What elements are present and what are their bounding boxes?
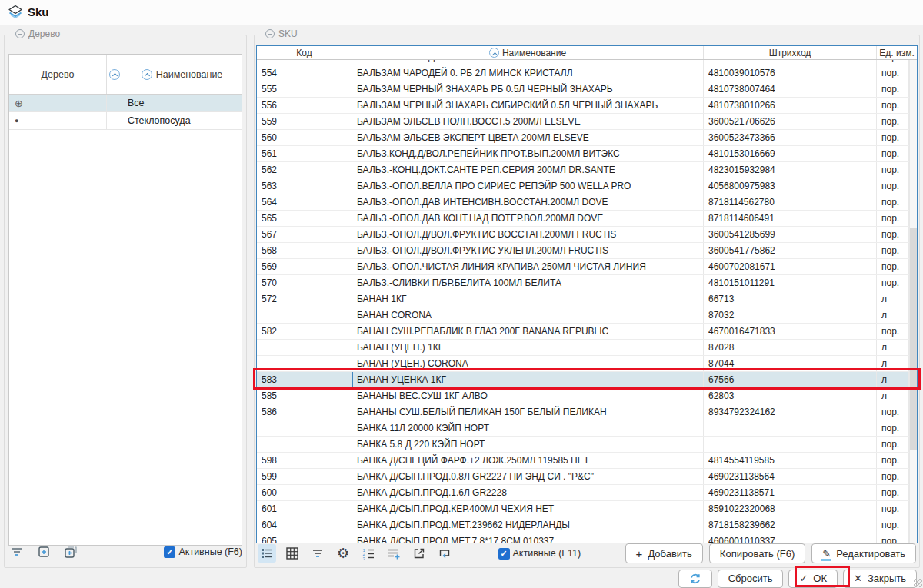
table-row[interactable]: 565БАЛЬЗ.-ОПОЛ.ДАВ КОНТ.НАД ПОТЕР.ВОЛ.20… <box>257 211 909 227</box>
table-row[interactable]: 562БАЛЬЗ.-КОНЦ.ДОКТ.САНТЕ РЕП.СЕРИЯ 200М… <box>257 162 909 178</box>
name-column-header[interactable]: Наименование <box>122 55 242 94</box>
cell-code: 554 <box>257 65 352 81</box>
dot-icon[interactable]: ● <box>15 118 18 125</box>
window-resize-grip[interactable] <box>914 579 922 587</box>
add-button[interactable]: + Добавить <box>625 543 703 563</box>
name-column-header[interactable]: Наименование <box>352 46 704 59</box>
numbered-list-icon[interactable]: 1 2 3 <box>359 544 378 563</box>
table-row[interactable]: 570БАЛЬЗ.-СЛИВКИ П/БР.БЕЛИТА 100МЛ БЕЛИТ… <box>257 275 909 291</box>
table-row[interactable]: 556БАЛЬЗАМ ЧЕРНЫЙ ЗНАХАРЬ СИБИРСКИЙ 0.5Л… <box>257 98 909 114</box>
table-row[interactable]: 563БАЛЬЗ.-ОПОЛ.ВЕЛЛА ПРО СИРИЕС РЕПЭЙР 5… <box>257 178 909 194</box>
cell-name: БАНАН 1КГ <box>352 291 704 307</box>
filter-icon[interactable] <box>308 544 327 563</box>
sku-group-legend: SKU <box>261 28 302 39</box>
table-row[interactable]: 567БАЛЬЗ.-ОПОЛ.Д/ВОЛ.ФРУКТИС ВОССТАН.200… <box>257 227 909 243</box>
grid-view-icon[interactable] <box>283 544 302 563</box>
sort-asc-icon[interactable] <box>109 69 120 80</box>
reload-loop-icon[interactable] <box>435 544 454 563</box>
scrollbar-thumb[interactable] <box>910 228 917 450</box>
table-row[interactable]: 560БАЛЬЗАМ ЭЛЬСЕВ ЭКСПЕРТ ЦВЕТА 200МЛ EL… <box>257 130 909 146</box>
tree-sort-column[interactable] <box>107 55 122 94</box>
table-row[interactable]: 572БАНАН 1КГ66713л <box>257 291 909 307</box>
tree-row[interactable]: ⊕Все <box>9 95 242 112</box>
table-row[interactable]: БАНАН (УЦЕН.) CORONA87044л <box>257 356 909 372</box>
table-row[interactable]: 564БАЛЬЗ.-ОПОЛ.ДАВ ИНТЕНСИВН.ВОССТАН.200… <box>257 194 909 211</box>
add-to-list-icon[interactable] <box>385 544 403 563</box>
refresh-button[interactable] <box>678 570 712 588</box>
cell-barcode: 4056800975983 <box>704 178 877 194</box>
cell-unit: пор. <box>877 437 909 452</box>
svg-text:3: 3 <box>363 556 366 561</box>
settings-gear-icon[interactable]: ⚙ <box>334 544 352 563</box>
table-row[interactable]: БАНАН (УЦЕН.) 1КГ87028л <box>257 340 909 356</box>
cell-code: 553 <box>257 60 352 65</box>
cell-unit: пор. <box>877 146 909 161</box>
list-view-icon[interactable] <box>258 544 276 563</box>
table-row[interactable]: 555БАЛЬЗАМ ЧЕРНЫЙ ЗНАХАРЬ РБ 0.5Л ЧЕРНЫЙ… <box>257 81 909 98</box>
table-row[interactable]: 585БАНАНЫ ВЕС.СУШ 1КГ АЛВО62803л <box>257 388 909 404</box>
checkbox-checked-icon[interactable]: ✓ <box>164 546 175 558</box>
tree-footer-toolbar: ✓ Активные (F6) <box>9 542 242 562</box>
tree-column-header[interactable]: Дерево <box>9 55 107 94</box>
cell-barcode: 8718158239662 <box>704 517 877 533</box>
table-row[interactable]: 604БАНКА Д/СЫП.ПРОД.МЕТ.239662 НИДЕРЛАНД… <box>257 517 909 533</box>
copy-button[interactable]: Копировать (F6) <box>709 543 805 563</box>
cell-name: БАЛЬЗАМ ЭЛЬСЕВ ПОЛН.ВОССТ.5 200МЛ ELSEVE <box>352 114 704 129</box>
code-column-header[interactable]: Код <box>257 46 352 59</box>
table-row[interactable]: 561БАЛЬЗ.КОНД.Д/ВОЛ.РЕПЕЙНИК ПРОТ.ВЫП.20… <box>257 146 909 162</box>
table-row[interactable]: 605БАНКА Д/СЫП.ПРОД.МЕТ.7.8*17.8СМ 01033… <box>257 533 909 543</box>
cell-name: БАНКА Д/СЫП.ПРОД.КЕР.400МЛ ЧЕХИЯ НЕТ <box>352 501 704 517</box>
active-f6-checkbox-group[interactable]: ✓ Активные (F6) <box>164 546 242 558</box>
cell-code: 583 <box>257 372 352 387</box>
table-row[interactable]: 559БАЛЬЗАМ ЭЛЬСЕВ ПОЛН.ВОССТ.5 200МЛ ELS… <box>257 114 909 130</box>
collapse-icon[interactable] <box>15 29 25 38</box>
table-row[interactable]: 569БАЛЬЗ.-ОПОЛ.ЧИСТАЯ ЛИНИЯ КРАПИВА 250М… <box>257 259 909 275</box>
cell-code: 582 <box>257 324 352 339</box>
cell-code: 600 <box>257 485 352 500</box>
table-row[interactable]: 568БАЛЬЗ.-ОПОЛ.Д/ВОЛ.ФРУКТИС УКЛЕПЛ.200М… <box>257 243 909 259</box>
barcode-column-header[interactable]: Штрихкод <box>704 46 877 59</box>
table-row[interactable]: 586БАНАНЫ СУШ.БЕЛЫЙ ПЕЛИКАН 150Г БЕЛЫЙ П… <box>257 404 909 420</box>
ok-button[interactable]: ✓ ОК <box>788 570 838 588</box>
cell-unit: пор. <box>877 60 909 65</box>
table-row[interactable]: БАНАН CORONA87032л <box>257 307 909 324</box>
cell-name: БАНКА Д/СЫП.ПРОД.1.6Л GR2228 <box>352 485 704 500</box>
close-x-icon: ✕ <box>854 573 862 584</box>
open-external-icon[interactable] <box>410 544 428 563</box>
cell-unit: пор. <box>877 533 909 543</box>
tree-row-label: Все <box>122 95 242 111</box>
filter-icon[interactable] <box>9 544 25 560</box>
table-row[interactable]: 553БАЛЬЗАМ ЧАРОДЕЙ 0. РБ 1Л МИНСК КРИСТА… <box>257 60 909 65</box>
expand-plus-icon[interactable]: ⊕ <box>15 98 23 108</box>
table-row[interactable]: 598БАНКА Д/СПЕЦИЙ ФАРФ.+2 ЛОЖ.250МЛ 1195… <box>257 453 909 469</box>
sku-layers-icon <box>8 5 23 20</box>
table-row[interactable]: 600БАНКА Д/СЫП.ПРОД.1.6Л GR2228469023113… <box>257 485 909 501</box>
cell-barcode: 87032 <box>704 307 877 323</box>
active-f11-checkbox-group[interactable]: ✓ Активные (F11) <box>498 548 581 560</box>
table-row[interactable]: 554БАЛЬЗАМ ЧАРОДЕЙ 0. РБ 2Л МИНСК КРИСТА… <box>257 65 909 81</box>
cell-name: БАНАН УЦЕНКА 1КГ <box>352 372 704 387</box>
cell-unit: пор. <box>877 81 909 97</box>
checkbox-checked-icon[interactable]: ✓ <box>498 548 510 560</box>
vertical-scrollbar[interactable] <box>909 60 917 543</box>
tree-row[interactable]: ●Стеклопосуда <box>9 112 242 130</box>
sort-asc-icon[interactable] <box>489 48 499 58</box>
table-row[interactable]: 599БАНКА Д/СЫП.ПРОД.0.8Л GR2227 ПИ ЭНД С… <box>257 469 909 485</box>
sort-asc-icon[interactable] <box>142 69 152 80</box>
reset-button[interactable]: Сбросить <box>718 570 784 588</box>
expand-node-icon[interactable] <box>36 544 52 560</box>
collapse-icon[interactable] <box>265 29 275 38</box>
table-row[interactable]: БАНКА 11Л 20000 КЭЙП НОРТпор. <box>257 420 909 437</box>
cell-barcode: 4690231138564 <box>704 469 877 484</box>
unit-column-header[interactable]: Ед. изм. <box>877 46 917 59</box>
table-row[interactable]: 582БАНАН СУШ.РЕПАБЛИК В ГЛАЗ 200Г BANANA… <box>257 324 909 340</box>
cell-unit: пор. <box>877 324 909 339</box>
cell-barcode <box>704 437 877 452</box>
edit-button[interactable]: ✎ Редактировать <box>811 543 916 563</box>
table-row[interactable]: БАНКА 5.8 Д 220 КЭЙП НОРТпор. <box>257 437 909 453</box>
close-button[interactable]: ✕ Закрыть <box>843 570 917 588</box>
cell-barcode: 4600702081671 <box>704 259 877 274</box>
table-row[interactable]: 583БАНАН УЦЕНКА 1КГ67566л <box>257 372 909 388</box>
expand-all-icon[interactable] <box>63 544 78 560</box>
table-row[interactable]: 601БАНКА Д/СЫП.ПРОД.КЕР.400МЛ ЧЕХИЯ НЕТ8… <box>257 501 909 517</box>
